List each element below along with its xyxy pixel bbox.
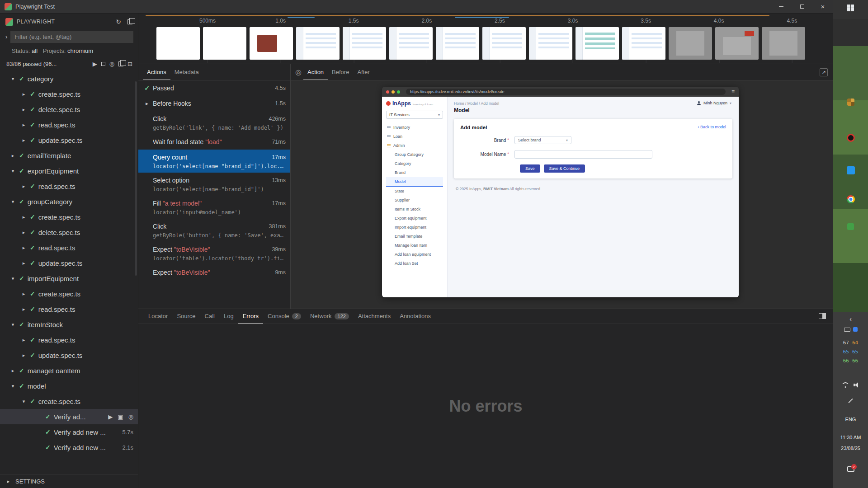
tree-item[interactable]: ▸✓manageLoanItem: [0, 363, 138, 378]
open-in-editor-icon[interactable]: [127, 19, 132, 24]
tree-item[interactable]: ✓Verify add new ...5.7s: [0, 424, 138, 440]
stop-icon[interactable]: [101, 62, 105, 66]
run-all-icon[interactable]: ▶: [93, 61, 97, 67]
brand-select[interactable]: Select brand ▾: [514, 136, 571, 144]
filmstrip-thumbnail[interactable]: [343, 27, 386, 60]
site-menu-item[interactable]: State: [386, 187, 443, 196]
tree-item[interactable]: ▾✓create.spec.ts: [0, 394, 138, 409]
model-name-input[interactable]: [514, 150, 652, 159]
tab-locator[interactable]: Locator: [144, 309, 172, 324]
back-to-model-link[interactable]: ‹ Back to model: [698, 125, 726, 129]
tree-item[interactable]: ▸✓read.spec.ts: [0, 117, 138, 132]
status-value[interactable]: all: [32, 47, 38, 54]
tree-item[interactable]: ▸✓read.spec.ts: [0, 301, 138, 317]
tree-item[interactable]: ▸✓read.spec.ts: [0, 240, 138, 255]
action-item[interactable]: Click381msgetByRole('button', { name: 'S…: [138, 219, 290, 242]
watch-icon[interactable]: ◎: [128, 413, 133, 420]
timeline[interactable]: 500ms1.0s1.5s2.0s2.5s3.0s3.5s4.0s4.5s: [138, 14, 833, 64]
tree-item[interactable]: ▸✓read.spec.ts: [0, 332, 138, 347]
filmstrip-thumbnail[interactable]: [669, 27, 712, 60]
site-menu-item[interactable]: Items In Stock: [386, 205, 443, 214]
open-external-icon[interactable]: ↗: [820, 68, 828, 76]
site-menu-item[interactable]: Supplier: [386, 196, 443, 205]
action-item[interactable]: ▸Before Hooks1.5s: [138, 96, 290, 111]
chevron-right-icon[interactable]: ›: [5, 33, 7, 40]
site-menu-item[interactable]: Category: [386, 159, 443, 168]
copy-icon[interactable]: [118, 61, 123, 66]
tray-mini-icons[interactable]: [833, 327, 868, 332]
tree-item[interactable]: ▸✓create.spec.ts: [0, 209, 138, 225]
filmstrip-thumbnail[interactable]: [156, 27, 200, 60]
tab-annotations[interactable]: Annotations: [395, 309, 435, 324]
filter-input[interactable]: [10, 31, 133, 43]
site-menu-group[interactable]: Admin: [386, 141, 443, 150]
tree-item[interactable]: ▸✓create.spec.ts: [0, 286, 138, 301]
tab-before[interactable]: Before: [328, 64, 353, 80]
sidebar-scrollbar[interactable]: [135, 81, 137, 276]
action-item[interactable]: Expect "toBeVisible"39mslocator('table')…: [138, 242, 290, 265]
site-menu-item[interactable]: Import equipment: [386, 223, 443, 232]
save-button[interactable]: Save: [520, 164, 540, 173]
close-button[interactable]: ×: [812, 0, 833, 13]
start-button[interactable]: [833, 5, 868, 11]
network-volume-row[interactable]: [833, 382, 868, 388]
action-item[interactable]: Wait for load state "load"71ms: [138, 134, 290, 150]
action-item[interactable]: Fill "a test model"17mslocator('input#mo…: [138, 196, 290, 219]
tree-item[interactable]: ▾✓itemInStock: [0, 317, 138, 332]
tab-actions[interactable]: Actions: [143, 64, 170, 80]
filmstrip-thumbnail[interactable]: [203, 27, 246, 60]
maximize-button[interactable]: [792, 0, 812, 13]
filmstrip-thumbnail[interactable]: [762, 27, 805, 60]
service-selector[interactable]: IT Services ▾: [386, 111, 443, 119]
filmstrip-thumbnail[interactable]: [715, 27, 759, 60]
site-menu-item[interactable]: Export equipment: [386, 214, 443, 223]
tab-errors[interactable]: Errors: [238, 309, 263, 324]
split-panel-icon[interactable]: [819, 313, 826, 319]
language-indicator[interactable]: ENG: [833, 417, 868, 422]
tab-source[interactable]: Source: [172, 309, 200, 324]
tree-item[interactable]: ▾✓importEquipment: [0, 271, 138, 286]
filmstrip-thumbnail[interactable]: [622, 27, 665, 60]
tree-item[interactable]: ▾✓model: [0, 378, 138, 394]
site-menu-item[interactable]: Brand: [386, 168, 443, 177]
collapse-all-icon[interactable]: ⊟: [127, 61, 132, 67]
action-item[interactable]: ✓Passed4.5s: [138, 80, 290, 96]
action-item[interactable]: Query count17mslocator('select[name="bra…: [138, 150, 290, 173]
filmstrip-thumbnail[interactable]: [250, 27, 293, 60]
watch-all-icon[interactable]: ◎: [109, 61, 114, 67]
clock-time[interactable]: 11:30 AM: [833, 435, 868, 440]
tree-item[interactable]: ▸✓update.spec.ts: [0, 347, 138, 363]
notification-button[interactable]: 2: [833, 466, 868, 472]
tree-item[interactable]: ▾✓groupCategory: [0, 194, 138, 209]
pen-settings[interactable]: [833, 400, 868, 401]
taskbar-app-chrome[interactable]: [833, 195, 868, 203]
run-test-icon[interactable]: ▶: [108, 413, 113, 420]
tree-item[interactable]: ▸✓create.spec.ts: [0, 86, 138, 102]
taskbar-app-obs[interactable]: [833, 134, 868, 142]
tree-item[interactable]: ▸✓read.spec.ts: [0, 178, 138, 194]
projects-value[interactable]: chromium: [67, 47, 93, 54]
taskbar-app-tiles[interactable]: [833, 99, 868, 106]
filmstrip-thumbnail[interactable]: [529, 27, 572, 60]
tab-network[interactable]: Network122: [306, 309, 354, 324]
clock-date[interactable]: 23/08/25: [833, 446, 868, 451]
tree-item[interactable]: ▾✓exportEquipment: [0, 163, 138, 178]
tab-log[interactable]: Log: [219, 309, 238, 324]
tree-item[interactable]: ▸✓update.spec.ts: [0, 255, 138, 271]
tree-item[interactable]: ✓Verify add new ...2.1s: [0, 440, 138, 455]
tree-item[interactable]: ▸✓emailTemplate: [0, 148, 138, 163]
settings-section[interactable]: ▸ SETTINGS: [0, 474, 138, 488]
site-menu-group[interactable]: Loan: [386, 132, 443, 141]
pick-locator-icon[interactable]: ◎: [295, 64, 302, 80]
action-item[interactable]: Select option13mslocator('select[name="b…: [138, 173, 290, 196]
action-item[interactable]: Click426msgetByRole('link', { name: 'Add…: [138, 111, 290, 134]
tab-action[interactable]: Action: [303, 64, 328, 80]
tab-call[interactable]: Call: [200, 309, 219, 324]
site-menu-item[interactable]: Group Category: [386, 150, 443, 159]
site-menu-item[interactable]: Add loan Set: [386, 259, 443, 268]
tree-item[interactable]: ▸✓update.spec.ts: [0, 132, 138, 148]
minimize-button[interactable]: [771, 0, 792, 13]
tab-after[interactable]: After: [353, 64, 373, 80]
tab-console[interactable]: Console2: [263, 309, 306, 324]
tree-item[interactable]: ▸✓delete.spec.ts: [0, 102, 138, 117]
